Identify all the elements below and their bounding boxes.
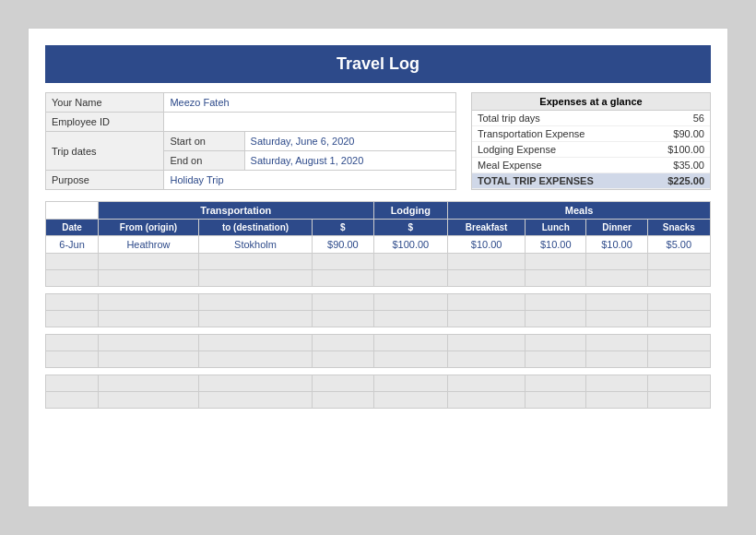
table-row — [46, 270, 711, 287]
page: Travel Log Your Name Meezo Fateh Employe… — [28, 28, 728, 507]
transport-group-header: Transportation — [99, 202, 373, 220]
exp-value-1: $90.00 — [645, 126, 710, 142]
col-from: From (origin) — [99, 220, 199, 236]
empty-header — [46, 202, 99, 220]
col-breakfast: Breakfast — [448, 220, 526, 236]
row-from: Heathrow — [99, 236, 199, 254]
list-item: Lodging Expense $100.00 — [472, 142, 710, 158]
expenses-table: Total trip days 56 Transportation Expens… — [472, 111, 710, 189]
spacer-row — [46, 327, 711, 335]
table-row — [46, 392, 711, 409]
info-table: Your Name Meezo Fateh Employee ID Trip d… — [45, 92, 456, 190]
table-row — [46, 375, 711, 392]
total-label: TOTAL TRIP EXPENSES — [472, 173, 645, 189]
spacer-row — [46, 368, 711, 375]
log-section: Transportation Lodging Meals Date From (… — [45, 201, 711, 409]
table-row — [46, 351, 711, 368]
row-lunch: $10.00 — [526, 236, 586, 254]
total-value: $225.00 — [645, 173, 710, 189]
employee-id-label: Employee ID — [46, 113, 164, 132]
employee-id-value — [164, 113, 456, 132]
total-row: TOTAL TRIP EXPENSES $225.00 — [472, 173, 710, 189]
end-label: End on — [164, 151, 244, 171]
expenses-title: Expenses at a glance — [472, 93, 710, 111]
exp-label-2: Lodging Expense — [472, 142, 645, 158]
exp-label-0: Total trip days — [472, 111, 645, 126]
purpose-label: Purpose — [46, 171, 164, 190]
table-row — [46, 311, 711, 327]
start-label: Start on — [164, 132, 244, 151]
col-date: Date — [46, 220, 99, 236]
your-name-value: Meezo Fateh — [164, 93, 456, 113]
row-snacks: $5.00 — [647, 236, 710, 254]
list-item: Meal Expense $35.00 — [472, 158, 710, 173]
exp-value-2: $100.00 — [645, 142, 710, 158]
start-value: Saturday, June 6, 2020 — [244, 132, 455, 151]
row-breakfast: $10.00 — [448, 236, 526, 254]
col-dinner: Dinner — [586, 220, 647, 236]
table-row — [46, 335, 711, 351]
row-dinner: $10.00 — [586, 236, 647, 254]
table-row: 6-Jun Heathrow Stokholm $90.00 $100.00 $… — [46, 236, 711, 254]
row-to: Stokholm — [198, 236, 312, 254]
lodging-group-header: Lodging — [373, 202, 448, 220]
row-lodging: $100.00 — [373, 236, 448, 254]
trip-dates-label: Trip dates — [46, 132, 164, 171]
exp-value-0: 56 — [645, 111, 710, 126]
row-trans: $90.00 — [313, 236, 373, 254]
col-lunch: Lunch — [526, 220, 586, 236]
purpose-value: Holiday Trip — [164, 171, 456, 190]
list-item: Transportation Expense $90.00 — [472, 126, 710, 142]
log-table: Transportation Lodging Meals Date From (… — [45, 201, 711, 409]
col-to: to (destination) — [198, 220, 312, 236]
page-title: Travel Log — [45, 45, 711, 83]
exp-value-3: $35.00 — [645, 158, 710, 173]
col-trans-amount: $ — [313, 220, 373, 236]
row-date: 6-Jun — [46, 236, 99, 254]
exp-label-3: Meal Expense — [472, 158, 645, 173]
expenses-box: Expenses at a glance Total trip days 56 … — [471, 92, 711, 190]
col-lodging-amount: $ — [373, 220, 448, 236]
group-header-row: Transportation Lodging Meals — [46, 202, 711, 220]
your-name-label: Your Name — [46, 93, 164, 113]
col-header-row: Date From (origin) to (destination) $ $ … — [46, 220, 711, 236]
table-row — [46, 254, 711, 270]
meals-group-header: Meals — [448, 202, 711, 220]
spacer-row — [46, 287, 711, 294]
col-snacks: Snacks — [647, 220, 710, 236]
end-value: Saturday, August 1, 2020 — [244, 151, 455, 171]
exp-label-1: Transportation Expense — [472, 126, 645, 142]
table-row — [46, 294, 711, 311]
list-item: Total trip days 56 — [472, 111, 710, 126]
top-section: Your Name Meezo Fateh Employee ID Trip d… — [45, 92, 711, 190]
